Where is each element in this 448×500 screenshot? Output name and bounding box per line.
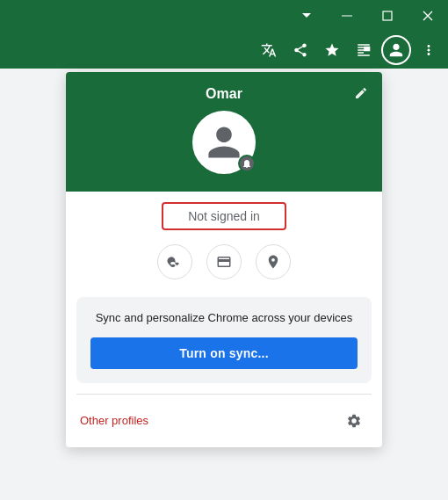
share-icon[interactable] [286,36,314,64]
sync-card: Sync and personalize Chrome across your … [76,297,372,383]
minimize-button[interactable] [327,0,367,32]
other-profiles-row: Other profiles [66,395,382,447]
passwords-button[interactable] [157,244,192,279]
payment-methods-button[interactable] [206,244,242,279]
profile-panel: Omar Not signed in [66,72,382,447]
svg-rect-1 [383,11,392,20]
notification-badge [238,155,256,172]
quick-icons-row [66,237,382,290]
gear-icon [346,413,362,429]
avatar-container [192,111,256,174]
person-icon [205,123,243,162]
chevron-down-button[interactable] [286,0,327,32]
title-bar [0,0,448,32]
svg-point-3 [170,264,171,265]
maximize-button[interactable] [367,0,408,32]
edit-icon [354,86,368,100]
tab-icon[interactable] [350,36,378,64]
star-icon[interactable] [318,36,346,64]
profile-icon[interactable] [381,35,411,65]
edit-avatar-button[interactable] [354,86,368,104]
not-signed-in-badge: Not signed in [162,202,286,230]
not-signed-in-row: Not signed in [66,192,382,237]
profile-name: Omar [206,86,242,102]
svg-rect-2 [365,47,370,51]
turn-on-sync-button[interactable]: Turn on sync... [90,337,358,369]
translate-icon[interactable] [255,36,283,64]
profile-header: Omar [66,72,382,192]
addresses-button[interactable] [256,244,291,279]
close-button[interactable] [408,0,448,32]
location-icon [265,254,281,270]
sync-description: Sync and personalize Chrome across your … [90,309,358,327]
browser-toolbar [0,32,448,69]
credit-card-icon [216,254,232,270]
manage-profiles-button[interactable] [340,407,368,435]
svg-rect-0 [342,16,352,17]
notifications-off-icon [242,158,252,169]
other-profiles-link[interactable]: Other profiles [80,414,148,427]
key-icon [167,254,183,270]
menu-icon[interactable] [415,36,443,64]
window-controls [286,0,448,32]
